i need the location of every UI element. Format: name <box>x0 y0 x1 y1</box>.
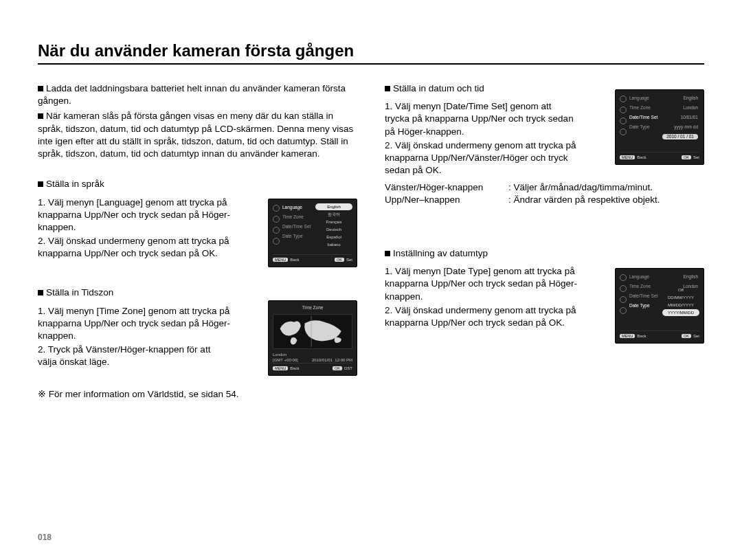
side-icons <box>273 203 281 254</box>
bullet-icon <box>38 86 43 91</box>
tz-gmt: [GMT +00:00] <box>273 357 298 363</box>
lcd-datetime-menu: LanguageEnglish Time ZoneLondon Date/Tim… <box>615 89 704 165</box>
dtype-step-2: 2. Välj önskad undermeny genom att tryck… <box>385 304 591 329</box>
bullet-icon <box>38 181 43 187</box>
dot-icon <box>620 285 627 292</box>
dot-icon <box>620 117 627 124</box>
bullet-icon <box>385 251 390 256</box>
content-columns: Ladda det laddningsbara batteriet helt i… <box>38 82 704 401</box>
dot-icon <box>620 296 627 303</box>
dot-icon <box>620 128 627 135</box>
lcd-datetype-menu: LanguageEnglish Time ZoneLondon Date/Tim… <box>615 268 704 344</box>
lang-step-1: 1. Välj menyn [Language] genom att tryck… <box>38 197 230 234</box>
dot-icon <box>620 274 627 281</box>
dt-step-1: 1. Välj menyn [Date/Time Set] genom att … <box>385 100 577 138</box>
manual-page: När du använder kameran första gången La… <box>0 0 742 560</box>
section-head-language: Ställa in språk <box>38 178 357 190</box>
side-icons <box>620 94 628 152</box>
lcd-language-menu: Language Time Zone Date/Time Set Date Ty… <box>268 199 357 267</box>
footnote: ※ För mer information om Världstid, se s… <box>38 388 357 401</box>
bullet-icon <box>385 86 390 91</box>
dt-kv-1: Vänster/Höger-knappen : Väljer år/månad/… <box>385 181 704 194</box>
dot-icon <box>273 216 280 223</box>
dtype-step-1: 1. Välj menyn [Date Type] genom att tryc… <box>385 265 591 303</box>
intro-2: När kameran slås på första gången visas … <box>38 110 357 160</box>
intro-1: Ladda det laddningsbara batteriet helt i… <box>38 82 357 107</box>
bullet-icon <box>38 290 43 295</box>
section-head-datetype: Inställning av datumtyp <box>385 247 704 260</box>
section-head-timezone: Ställa in Tidszon <box>38 287 357 299</box>
dot-icon <box>273 238 280 245</box>
timezone-section: Ställa in Tidszon 1. Välj menyn [Time Zo… <box>38 287 357 376</box>
bullet-icon <box>38 113 43 119</box>
datetype-section: Inställning av datumtyp 1. Välj menyn [D… <box>385 247 704 350</box>
datetime-section: Ställa in datum och tid 1. Välj menyn [D… <box>385 82 704 206</box>
dt-kv-2: Upp/Ner–knappen : Ändrar värden på respe… <box>385 194 704 206</box>
dot-icon <box>273 227 280 234</box>
language-section: Ställa in språk 1. Välj menyn [Language]… <box>38 178 357 274</box>
world-map-icon <box>273 314 352 349</box>
tz-title: Time Zone <box>273 305 352 311</box>
dt-step-2: 2. Välj önskad undermeny genom att tryck… <box>385 139 577 177</box>
dot-icon <box>620 96 627 102</box>
lcd-timezone-menu: Time Zone London <box>268 300 357 376</box>
datetype-options: Off DD/MM/YYYY MM/DD/YYYY YYYY/MM/DD <box>662 287 699 316</box>
language-options: English 한국어 Français Deutsch Español Ita… <box>315 203 352 248</box>
side-icons <box>620 273 628 331</box>
left-column: Ladda det laddningsbara batteriet helt i… <box>38 82 357 401</box>
page-number: 018 <box>38 533 52 542</box>
lang-step-2: 2. Välj önskad undermeny genom att tryck… <box>38 235 230 260</box>
tz-step-1: 1. Välj menyn [Time Zone] genom att tryc… <box>38 305 230 343</box>
right-column: Ställa in datum och tid 1. Välj menyn [D… <box>385 82 704 401</box>
tz-city: London <box>273 352 286 357</box>
tz-step-2: 2. Tryck på Vänster/Höger-knappen för at… <box>38 344 230 368</box>
dot-icon <box>273 205 280 212</box>
dot-icon <box>620 307 627 314</box>
page-title: När du använder kameran första gången <box>38 41 704 65</box>
dot-icon <box>620 107 627 113</box>
